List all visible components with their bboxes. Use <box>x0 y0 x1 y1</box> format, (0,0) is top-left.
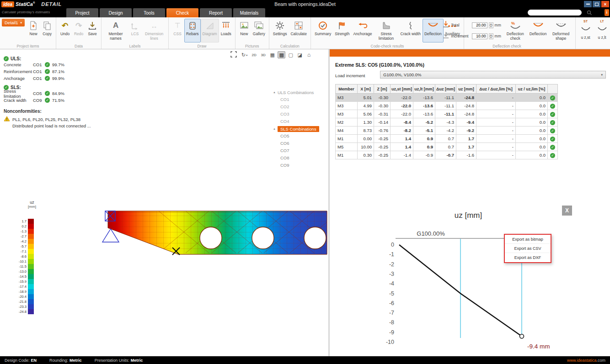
search-icon[interactable] <box>587 10 592 16</box>
col-header-uz-mm[interactable]: Δuz [mm] <box>435 84 456 94</box>
ribbon-loads-button[interactable]: Loads <box>219 19 233 42</box>
total-spinner[interactable]: ▴▾ <box>489 22 493 28</box>
ribbon-undo-button[interactable]: ↶Undo <box>58 19 72 42</box>
export-as-dxf-menu-item[interactable]: Export as DXF <box>505 253 551 262</box>
check-result-row[interactable]: Crack widthCO9✓71.5% <box>4 97 102 104</box>
website-link[interactable]: www.ideastatica.com <box>567 358 605 363</box>
combination-co4[interactable]: CO4 <box>273 118 327 125</box>
col-header-item[interactable] <box>547 84 557 94</box>
info-button[interactable]: i <box>605 9 609 16</box>
tab-tools[interactable]: Tools <box>133 8 165 17</box>
ribbon-strength-button[interactable]: Strength <box>333 19 351 42</box>
ribbon-rebars-button[interactable]: Rebars <box>184 19 200 42</box>
table-row[interactable]: M510.00-0.251.40.90.71.7-0.0✓ <box>336 143 558 151</box>
ribbon-anchorage-button[interactable]: Anchorage <box>351 19 374 42</box>
check-result-row[interactable]: ReinforcementCO1✓87.1% <box>4 68 102 75</box>
ribbon-u-z-st-button[interactable]: u z,st <box>578 23 594 41</box>
total-input[interactable] <box>472 22 487 28</box>
export-as-bitmap-menu-item[interactable]: Export as bitmap <box>505 235 551 244</box>
pass-icon: ✓ <box>45 76 50 81</box>
ribbon-gallery-button[interactable]: Gallery <box>251 19 267 42</box>
legend-entry: -23.3 <box>16 304 44 309</box>
combination-co3[interactable]: CO3 <box>273 111 327 118</box>
table-row[interactable]: M10.00-0.251.40.90.71.7-0.0✓ <box>336 135 558 143</box>
cross-section-icon: ⊤ <box>175 20 181 31</box>
sls-combinations-group[interactable]: ▲SLS Combinations <box>273 125 327 132</box>
beam-deflection-view[interactable] <box>102 205 328 266</box>
combination-co6[interactable]: CO6 <box>273 140 327 147</box>
ribbon-deflection-check-button[interactable]: % Deflection check <box>503 19 528 42</box>
ribbon-stress-limitation-button[interactable]: Stress limitation <box>374 19 399 42</box>
solid-box-icon: ▩ <box>279 52 284 58</box>
ribbon-group-pictures: NewGalleryPictures <box>235 17 269 49</box>
tab-check[interactable]: Check <box>166 8 198 17</box>
tab-project[interactable]: Project <box>66 8 98 17</box>
ribbon-summary-button[interactable]: Summary <box>313 19 333 42</box>
view-3d-button[interactable]: 3D <box>259 51 267 58</box>
ribbon-new-button[interactable]: New <box>237 19 251 42</box>
ribbon-crack-width-button[interactable]: Crack width <box>399 19 423 42</box>
load-increment-select[interactable]: G100.0%, V100.0% ▾ <box>380 71 606 79</box>
ribbon-settings-button[interactable]: Settings <box>271 19 289 42</box>
col-header-uz-mm[interactable]: uz [mm] <box>456 84 476 94</box>
tab-report[interactable]: Report <box>200 8 232 17</box>
nonconformities-row[interactable]: PL1, PL6, PL20, PL25, PL32, PL38 <box>4 116 102 122</box>
display-grid-button[interactable]: ▦ <box>268 51 276 58</box>
table-row[interactable]: M34.99-0.30-22.0-13.6-11.1-24.8-0.0✓ <box>336 102 558 110</box>
combination-co8[interactable]: CO8 <box>273 154 327 162</box>
table-row[interactable]: M21.30-0.14-8.4-5.2-4.3-9.4-0.0✓ <box>336 118 558 127</box>
combination-co5[interactable]: CO5 <box>273 132 327 140</box>
col-header-z-m[interactable]: Z [m] <box>374 84 391 94</box>
tab-design[interactable]: Design <box>100 8 132 17</box>
chart-close-button[interactable]: X <box>562 206 572 216</box>
table-row[interactable]: M48.73-0.76-8.2-5.1-4.2-9.2-0.0✓ <box>336 127 558 135</box>
ribbon-save-button[interactable]: Save <box>86 19 99 42</box>
check-result-row[interactable]: Stress limitationCO5✓84.9% <box>4 90 102 97</box>
check-result-row[interactable]: AnchorageCO1✓99.9% <box>4 75 102 82</box>
col-header-x-m[interactable]: X [m] <box>358 84 374 94</box>
display-solid-button[interactable]: ▩ <box>278 51 285 58</box>
ribbon-new-button[interactable]: New <box>27 19 40 42</box>
combination-co1[interactable]: CO1 <box>273 96 327 103</box>
close-button[interactable]: × <box>601 1 609 7</box>
display-outline-button[interactable]: ▢ <box>287 51 294 58</box>
ribbon-deflection-result-button[interactable]: Deflection <box>528 19 549 42</box>
table-row[interactable]: M10.30-0.25-1.4-0.9-0.7-1.6-0.0✓ <box>336 151 558 159</box>
svg-text:-10: -10 <box>386 339 394 345</box>
minimize-button[interactable] <box>584 1 592 7</box>
legend-entry: -11.5 <box>16 264 44 269</box>
col-header-uz-st-mm[interactable]: uz,st [mm] <box>391 84 413 94</box>
col-header-member[interactable]: Member <box>336 84 358 94</box>
ribbon-detail1-dropdown[interactable]: Detail1▾ <box>2 19 25 26</box>
increment-input[interactable] <box>472 33 487 39</box>
ribbon-u-z-lt-button[interactable]: u z,lt <box>594 23 610 41</box>
home-view-button[interactable]: ⌂ <box>305 51 313 58</box>
uls-combinations-group[interactable]: ▲ULS Combinations <box>273 89 327 96</box>
ribbon-copy-button[interactable]: Copy <box>40 19 54 42</box>
color-legend: uz [mm] 1.70.2-1.3-2.7-4.2-5.7-7.1-8.6-1… <box>16 200 44 314</box>
table-row[interactable]: M35.01-0.30-22.0-13.6-11.1-24.8-0.0✓ <box>336 94 558 102</box>
increment-deflection-icon <box>442 32 450 41</box>
ribbon-calculate-button[interactable]: Calculate <box>289 19 308 42</box>
view-2d-button[interactable]: 2D <box>250 51 258 58</box>
rotate-view-button[interactable]: ↻▾ <box>240 51 249 58</box>
increment-spinner[interactable]: ▴▾ <box>489 33 493 39</box>
table-row[interactable]: M35.06-0.31-22.0-13.6-11.1-24.8-0.0✓ <box>336 110 558 118</box>
ribbon-deformed-shape-button[interactable]: Deformed shape <box>549 19 573 42</box>
results-component-buttons: u z,stu z,ltΔu zu z,tot <box>578 23 610 41</box>
tab-materials[interactable]: Materials <box>233 8 265 17</box>
export-as-csv-menu-item[interactable]: Export as CSV <box>505 244 551 253</box>
combination-co7[interactable]: CO7 <box>273 147 327 154</box>
col-header-uz-uz-lim[interactable]: uz / uz,lim [%] <box>515 84 547 94</box>
search-input[interactable] <box>528 11 587 15</box>
col-header-uz-uz-lim[interactable]: Δuz / Δuz,lim [%] <box>476 84 515 94</box>
ribbon-member-names-button[interactable]: AMember names <box>103 19 128 42</box>
clip-view-button[interactable]: ◪ <box>296 51 304 58</box>
maximize-button[interactable] <box>593 1 600 7</box>
ribbon-group-label: Pictures <box>235 44 269 48</box>
combination-co9[interactable]: CO9 <box>273 162 327 169</box>
col-header-uz-lt-mm[interactable]: uz,lt [mm] <box>413 84 435 94</box>
fit-view-button[interactable] <box>229 51 239 58</box>
combination-co2[interactable]: CO2 <box>273 103 327 111</box>
check-result-row[interactable]: ConcreteCO1✓99.7% <box>4 61 102 68</box>
